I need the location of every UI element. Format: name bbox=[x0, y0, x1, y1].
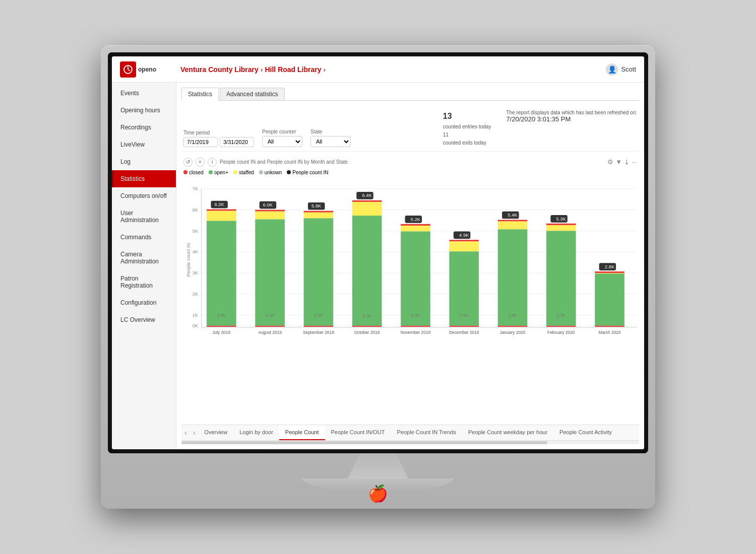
sidebar-item-computers[interactable]: Computers on/off bbox=[112, 187, 176, 204]
sidebar-item-statistics[interactable]: Statistics bbox=[112, 170, 176, 187]
header-user-area[interactable]: 👤 Scott bbox=[606, 63, 636, 76]
sidebar-item-opening-hours[interactable]: Opening hours bbox=[112, 102, 176, 119]
from-date-input[interactable] bbox=[183, 137, 218, 147]
legend-people-count: People count IN bbox=[287, 170, 328, 175]
tab-people-count-in-trends[interactable]: People Count IN Trends bbox=[391, 425, 462, 440]
sidebar-item-liveview[interactable]: LiveView bbox=[112, 136, 176, 153]
refresh-text: The report displays data which has last … bbox=[506, 110, 637, 115]
bottom-tab-prev-icon[interactable]: ‹ bbox=[181, 426, 190, 440]
svg-rect-40 bbox=[304, 325, 334, 326]
svg-rect-46 bbox=[352, 201, 382, 215]
people-counter-select[interactable]: All bbox=[262, 136, 302, 147]
content-area: Statistics Advanced statistics Time peri… bbox=[176, 83, 644, 449]
svg-text:5.3K: 5.3K bbox=[556, 216, 566, 221]
toolbar-info-icon[interactable]: i bbox=[208, 158, 217, 167]
legend-label-people-count: People count IN bbox=[292, 170, 328, 175]
stat-count-box: 13 counted entries today 11 counted exit… bbox=[443, 110, 491, 147]
svg-rect-77 bbox=[546, 223, 576, 225]
chart-filter-icon[interactable]: ▼ bbox=[615, 158, 622, 166]
legend-dot-unknown bbox=[259, 170, 263, 174]
legend-label-staffed: staffed bbox=[239, 170, 254, 175]
svg-text:6K: 6K bbox=[193, 206, 199, 212]
sidebar-item-commands[interactable]: Commands bbox=[112, 229, 176, 246]
bottom-tab-next-icon[interactable]: › bbox=[190, 426, 199, 440]
svg-text:3K: 3K bbox=[193, 270, 199, 275]
legend-label-closed: closed bbox=[189, 170, 204, 175]
svg-rect-69 bbox=[498, 220, 528, 221]
sidebar-item-configuration[interactable]: Configuration bbox=[112, 294, 176, 311]
chart-settings-icon[interactable]: ⚙ bbox=[607, 158, 613, 166]
date-range bbox=[183, 137, 254, 147]
monitor-stand-neck bbox=[348, 453, 408, 478]
breadcrumb: Ventura County Library › Hill Road Libra… bbox=[180, 65, 606, 74]
tab-people-count[interactable]: People Count bbox=[279, 425, 325, 440]
svg-rect-71 bbox=[498, 229, 528, 326]
bar-october-2019[interactable]: 6.4K 0.7K October 2019 bbox=[352, 192, 382, 335]
breadcrumb-ventura[interactable]: Ventura County Library bbox=[180, 65, 259, 74]
stats-info: 13 counted entries today 11 counted exit… bbox=[443, 110, 637, 147]
bar-january-2020[interactable]: 5.4K 0.4K January 2020 bbox=[498, 211, 528, 334]
bar-december-2019[interactable]: 4.9K 0.5K December 2019 bbox=[449, 231, 479, 334]
chart-title: People count IN and People count IN by M… bbox=[220, 159, 604, 165]
bar-march-2020[interactable]: 2.8K March 2020 bbox=[595, 263, 624, 334]
svg-text:October 2019: October 2019 bbox=[354, 329, 380, 334]
svg-rect-30 bbox=[255, 211, 285, 219]
tab-statistics[interactable]: Statistics bbox=[181, 88, 219, 101]
sidebar-item-camera-admin[interactable]: Camera Administration bbox=[112, 246, 176, 270]
tab-people-count-weekday[interactable]: People Count weekday per hour bbox=[462, 425, 553, 440]
legend-dot-people-count bbox=[287, 170, 291, 174]
refresh-date: 7/20/2020 3:01:35 PM bbox=[506, 115, 637, 123]
monitor-outer: openo Ventura County Library › Hill Road… bbox=[101, 45, 655, 509]
sidebar: Events Opening hours Recordings LiveView… bbox=[112, 83, 176, 449]
chart-toolbar: ↺ + i People count IN and People count I… bbox=[181, 156, 639, 169]
count2-number: 11 bbox=[443, 131, 491, 139]
svg-text:People count IN: People count IN bbox=[185, 243, 191, 276]
legend-dot-staffed bbox=[233, 170, 237, 174]
to-date-input[interactable] bbox=[220, 137, 254, 147]
svg-text:July 2019: July 2019 bbox=[212, 329, 230, 334]
bar-november-2019[interactable]: 5.2K 0.3K November 2019 bbox=[401, 216, 431, 334]
svg-text:December 2019: December 2019 bbox=[449, 329, 479, 334]
svg-rect-32 bbox=[255, 325, 285, 326]
sidebar-item-log[interactable]: Log bbox=[112, 153, 176, 170]
count2-label: counted exits today bbox=[443, 139, 491, 147]
tab-overview[interactable]: Overview bbox=[198, 425, 233, 440]
bar-chart-svg: 7K 6K 5K 4K 3K 2K 1K 0K People count IN bbox=[183, 179, 637, 340]
state-select[interactable]: All bbox=[310, 136, 351, 147]
bar-february-2020[interactable]: 5.3K 0.3K February 2020 bbox=[546, 215, 576, 334]
sidebar-item-events[interactable]: Events bbox=[112, 85, 176, 102]
bar-august-2019[interactable]: 6.0K 0.4K August 2019 bbox=[255, 201, 285, 334]
svg-rect-48 bbox=[352, 325, 382, 326]
tab-people-count-inout[interactable]: People Count IN/OUT bbox=[325, 425, 391, 440]
chart-more-icon[interactable]: ··· bbox=[632, 158, 637, 166]
sidebar-item-recordings[interactable]: Recordings bbox=[112, 119, 176, 136]
svg-text:0.5K: 0.5K bbox=[217, 313, 226, 318]
svg-text:0K: 0K bbox=[193, 323, 199, 328]
sidebar-item-patron-reg[interactable]: Patron Registration bbox=[112, 270, 176, 294]
tab-advanced-statistics[interactable]: Advanced statistics bbox=[220, 88, 285, 100]
count1-number: 13 bbox=[443, 110, 491, 123]
tab-login-by-door[interactable]: Login by door bbox=[233, 425, 279, 440]
logo-icon bbox=[120, 61, 136, 78]
tab-people-count-activity[interactable]: People Count Activity bbox=[553, 425, 618, 440]
svg-rect-87 bbox=[595, 273, 624, 326]
legend-label-open: open+ bbox=[214, 170, 228, 175]
bar-july-2019[interactable]: 6.2K 0.5K July 2019 bbox=[207, 200, 236, 334]
legend-unknown: unkown bbox=[259, 170, 282, 175]
sidebar-item-user-admin[interactable]: User Administration bbox=[112, 204, 176, 229]
bottom-tabs: ‹ › Overview Login by door People Count … bbox=[181, 425, 639, 440]
svg-text:6.0K: 6.0K bbox=[263, 202, 273, 207]
chart-icons-right: ⚙ ▼ ⤓ ··· bbox=[607, 158, 637, 166]
chart-export-icon[interactable]: ⤓ bbox=[624, 158, 629, 166]
svg-text:5K: 5K bbox=[193, 228, 199, 233]
svg-rect-88 bbox=[595, 325, 624, 326]
toolbar-refresh-icon[interactable]: ↺ bbox=[183, 158, 193, 167]
bar-september-2019[interactable]: 5.8K 0.3K September 2019 bbox=[303, 202, 334, 335]
monitor-bezel: openo Ventura County Library › Hill Road… bbox=[108, 52, 648, 453]
sidebar-item-lc-overview[interactable]: LC Overview bbox=[112, 311, 176, 328]
user-avatar-icon: 👤 bbox=[606, 63, 618, 76]
toolbar-plus-icon[interactable]: + bbox=[196, 158, 205, 167]
breadcrumb-hill[interactable]: Hill Road Library bbox=[265, 65, 321, 74]
scroll-bar[interactable] bbox=[181, 440, 639, 444]
monitor-screen: openo Ventura County Library › Hill Road… bbox=[112, 56, 644, 449]
